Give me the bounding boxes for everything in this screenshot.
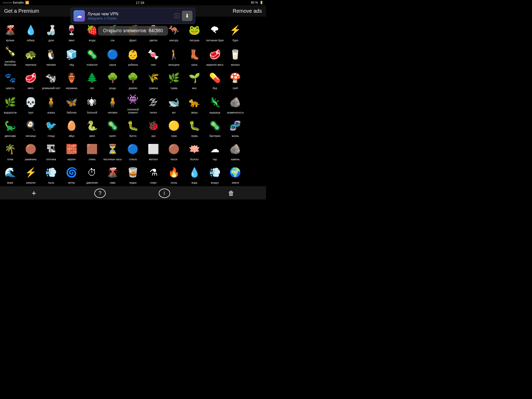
ad-banner[interactable]: ☁ Лучше чем VPN Загрузить с iTunes i ⬇ — [71, 8, 195, 24]
item-icon: 🍓 — [84, 22, 100, 38]
list-item[interactable]: 🍳яичница — [21, 115, 41, 138]
list-item[interactable]: 🧱кирпич — [61, 138, 82, 162]
list-item[interactable]: 🌾семена — [143, 67, 164, 90]
list-item[interactable]: 🌊море — [0, 162, 21, 185]
ad-title: Лучше чем VPN — [88, 12, 172, 16]
list-item[interactable]: 🪷болото — [184, 138, 205, 162]
list-item[interactable]: 🐦птица — [41, 115, 62, 138]
list-item[interactable]: 💧вода — [184, 162, 205, 185]
list-item[interactable]: 🔵стекло — [123, 138, 143, 162]
list-item[interactable]: 🐢черепаха — [21, 43, 41, 67]
info-button[interactable]: i — [159, 189, 170, 198]
list-item[interactable]: 🌳дерево — [123, 67, 143, 90]
item-label: вулкан — [6, 39, 14, 42]
list-item[interactable]: 🍾коктейль Молотова — [0, 43, 21, 67]
list-item[interactable]: 🌍земля — [225, 162, 245, 185]
list-item[interactable]: 🍶духи — [41, 19, 62, 43]
list-item[interactable]: 🌀ветер — [61, 162, 82, 185]
add-button[interactable]: + — [26, 187, 42, 200]
item-label: вода — [191, 181, 197, 184]
list-item[interactable]: 🌴пляж — [0, 138, 21, 162]
list-item[interactable]: 🐧пингвин — [41, 43, 62, 67]
list-item[interactable]: 🐋кит — [164, 90, 184, 115]
list-item[interactable]: 🦕динозавр — [0, 115, 21, 138]
list-item[interactable]: 🧊лёд — [61, 43, 82, 67]
list-item[interactable]: 🌱мох — [184, 67, 205, 90]
list-item[interactable]: 🌿трава — [164, 67, 184, 90]
ad-download-button[interactable]: ⬇ — [182, 11, 192, 21]
list-item[interactable]: 🕷больной — [82, 90, 102, 115]
list-item[interactable]: 🌳роща — [102, 67, 123, 90]
list-item[interactable]: ⚗спирт — [143, 162, 164, 185]
list-item[interactable]: 💨воздух — [205, 162, 225, 185]
list-item[interactable]: 👶ребенок — [123, 43, 143, 67]
list-item[interactable]: 🌋вулкан — [0, 19, 21, 43]
grid-spacer — [245, 115, 266, 138]
list-item[interactable]: 🥚яйцо — [61, 115, 82, 138]
item-label: ягода — [89, 39, 96, 42]
list-item[interactable]: 🦋бабочка — [61, 90, 82, 115]
list-item[interactable]: 💊йод — [205, 67, 225, 90]
list-item[interactable]: 🐍змея — [82, 115, 102, 138]
list-item[interactable]: 🦠планктон — [82, 43, 102, 67]
list-item[interactable]: 💀труп — [21, 90, 41, 115]
list-item[interactable]: 🏗плотина — [41, 138, 62, 162]
item-label: бабочка — [67, 111, 77, 114]
ad-text: Лучше чем VPN Загрузить с iTunes — [88, 12, 172, 20]
list-item[interactable]: ⬜металл — [143, 138, 164, 162]
list-item[interactable]: 🦎ящерица — [205, 90, 225, 115]
list-item[interactable]: ⏳песочные часы — [102, 138, 123, 162]
list-item[interactable]: 🟫глина — [82, 138, 102, 162]
list-item[interactable]: 🐛Битлз — [123, 115, 143, 138]
list-item[interactable]: 🧍алкаш — [41, 90, 62, 115]
list-item[interactable]: ⏱давление — [82, 162, 102, 185]
remove-ads-button[interactable]: Remove ads — [233, 8, 262, 14]
list-item[interactable]: 🐞жук — [143, 115, 164, 138]
list-item[interactable]: 🐛червь — [184, 115, 205, 138]
list-item[interactable]: 👾сезонный элемент — [123, 90, 143, 115]
item-label: земля — [232, 181, 239, 184]
list-item[interactable]: ☁пар — [205, 138, 225, 162]
list-item[interactable]: 🥛молоко — [225, 43, 245, 67]
list-item[interactable]: 🔵сауна — [102, 43, 123, 67]
list-item[interactable]: 🥩жареное мясо — [205, 43, 225, 67]
list-item[interactable]: 🦠бактерии — [205, 115, 225, 138]
list-item[interactable]: 💨пыль — [41, 162, 62, 185]
item-icon: 💨 — [207, 165, 223, 180]
list-item[interactable]: 🪨окаменелость — [225, 90, 245, 115]
list-item[interactable]: 🥃водка — [123, 162, 143, 185]
list-item[interactable]: 🔥огонь — [164, 162, 184, 185]
list-item[interactable]: 🌿водоросли — [0, 90, 21, 115]
list-item[interactable]: 🌪песчаная буря — [205, 19, 225, 43]
list-item[interactable]: 💧гейзер — [21, 19, 41, 43]
list-item[interactable]: 🚶женщина — [164, 43, 184, 67]
list-item[interactable]: 👢грязь — [184, 43, 205, 67]
list-item[interactable]: 🟤ржавчина — [21, 138, 41, 162]
item-icon: 🦘 — [166, 22, 182, 38]
get-premium-button[interactable]: Get a Premium — [4, 8, 39, 14]
list-item[interactable]: ⚡энергия — [21, 162, 41, 185]
item-icon: 🧬 — [228, 118, 243, 134]
list-item[interactable]: 🧬жизнь — [225, 115, 245, 138]
list-item[interactable]: ⚡буря — [225, 19, 245, 43]
list-item[interactable]: 🟤песок — [164, 138, 184, 162]
list-item[interactable]: 🌋лава — [102, 162, 123, 185]
help-button[interactable]: ? — [94, 189, 106, 198]
item-icon: 🌳 — [105, 70, 120, 86]
list-item[interactable]: 🏺керамика — [61, 67, 82, 90]
list-item[interactable]: 🍄гриб — [225, 67, 245, 90]
list-item[interactable]: 🍬секс — [143, 43, 164, 67]
list-item[interactable]: 🐄домашний скот — [41, 67, 62, 90]
list-item[interactable]: 🟡сера — [164, 115, 184, 138]
list-item[interactable]: 🧍человек — [102, 90, 123, 115]
item-icon: 💨 — [43, 165, 59, 180]
trash-button[interactable]: 🗑 — [223, 188, 240, 199]
list-item[interactable]: 🪨камень — [225, 138, 245, 162]
item-label: жареное мясо — [206, 63, 223, 66]
list-item[interactable]: 🦠грипп — [102, 115, 123, 138]
list-item[interactable]: 🥩мясо — [21, 67, 41, 90]
list-item[interactable]: 🐆зверь — [184, 90, 205, 115]
list-item[interactable]: 🌫пепел — [143, 90, 164, 115]
list-item[interactable]: 🌲лес — [82, 67, 102, 90]
list-item[interactable]: 🐾шерсть — [0, 67, 21, 90]
